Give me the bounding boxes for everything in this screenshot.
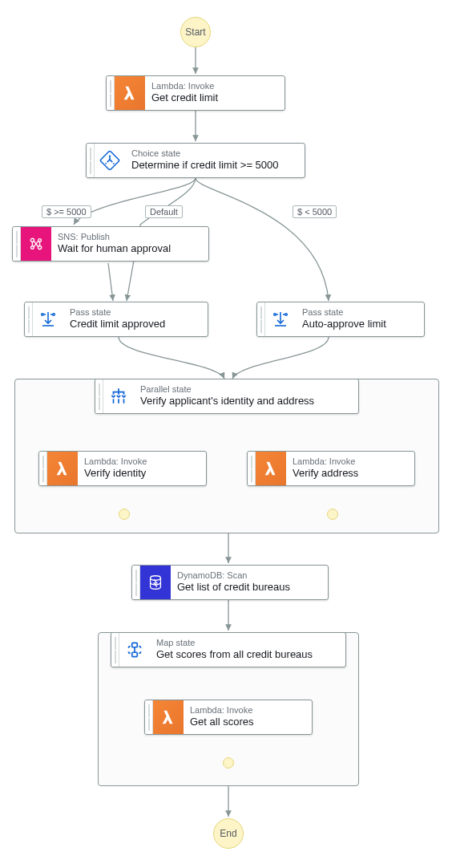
node-main-label: Get credit limit [151, 91, 218, 105]
node-verify-address[interactable]: Lambda: Invoke Verify address [247, 451, 415, 486]
node-pass-approved[interactable]: Pass state Credit limit approved [24, 302, 208, 337]
node-main-label: Wait for human approval [58, 242, 171, 256]
node-verify-identity[interactable]: Lambda: Invoke Verify identity [38, 451, 207, 486]
grip-icon [25, 302, 33, 336]
grip-icon [39, 452, 47, 485]
choice-icon [95, 144, 125, 177]
grip-icon [13, 227, 21, 261]
node-main-label: Get list of credit bureaus [177, 581, 290, 594]
node-pass-auto[interactable]: Pass state Auto-approve limit [256, 302, 425, 337]
node-type-label: Lambda: Invoke [151, 81, 218, 91]
edge-label-ge5000: $ >= 5000 [42, 205, 91, 218]
grip-icon [95, 379, 103, 413]
edge-label-lt5000: $ < 5000 [293, 205, 337, 218]
node-map[interactable]: Map state Get scores from all credit bur… [111, 632, 346, 667]
node-sns[interactable]: SNS: Publish Wait for human approval [12, 226, 209, 262]
grip-icon [145, 700, 153, 734]
start-terminal: Start [180, 17, 211, 47]
grip-icon [132, 566, 140, 599]
svg-point-4 [31, 246, 34, 249]
svg-point-9 [285, 314, 288, 316]
grip-icon [111, 633, 119, 667]
svg-point-6 [42, 314, 44, 316]
grip-icon [257, 302, 265, 336]
node-type-label: DynamoDB: Scan [177, 570, 290, 581]
end-label: End [220, 828, 236, 839]
branch-end-dot [119, 509, 130, 520]
node-type-label: SNS: Publish [58, 232, 171, 242]
start-label: Start [185, 26, 205, 38]
node-type-label: Pass state [302, 307, 386, 318]
node-dynamodb[interactable]: DynamoDB: Scan Get list of credit bureau… [131, 565, 329, 600]
node-type-label: Pass state [70, 307, 165, 318]
lambda-icon [115, 76, 145, 110]
node-main-label: Verify address [293, 467, 358, 481]
grip-icon [87, 144, 95, 177]
dynamodb-icon [140, 566, 171, 599]
node-main-label: Verify applicant's identity and address [140, 395, 314, 408]
lambda-icon [256, 452, 286, 485]
node-type-label: Parallel state [140, 384, 314, 395]
parallel-icon [103, 379, 134, 413]
svg-point-10 [151, 576, 161, 581]
pass-icon [33, 302, 63, 336]
svg-rect-11 [132, 643, 138, 647]
svg-point-3 [38, 239, 42, 242]
node-main-label: Verify identity [84, 467, 147, 481]
node-get-scores[interactable]: Lambda: Invoke Get all scores [144, 700, 313, 735]
svg-rect-12 [132, 652, 138, 656]
node-main-label: Auto-approve limit [302, 318, 386, 331]
sns-icon [21, 227, 51, 261]
lambda-icon [47, 452, 78, 485]
node-type-label: Choice state [131, 148, 279, 159]
edge-label-default: Default [145, 205, 183, 218]
grip-icon [107, 76, 115, 110]
end-terminal: End [213, 818, 244, 849]
node-type-label: Lambda: Invoke [190, 705, 253, 716]
pass-icon [265, 302, 296, 336]
node-type-label: Map state [156, 638, 313, 648]
svg-point-1 [109, 156, 111, 157]
node-parallel[interactable]: Parallel state Verify applicant's identi… [95, 379, 359, 414]
map-icon [119, 633, 150, 667]
node-get-credit-limit[interactable]: Lambda: Invoke Get credit limit [106, 75, 285, 111]
node-main-label: Credit limit approved [70, 318, 165, 331]
node-main-label: Determine if credit limit >= 5000 [131, 159, 279, 172]
lambda-icon [153, 700, 184, 734]
node-type-label: Lambda: Invoke [293, 456, 358, 467]
svg-point-8 [274, 314, 276, 316]
branch-end-dot [327, 509, 338, 520]
grip-icon [248, 452, 256, 485]
node-main-label: Get scores from all credit bureaus [156, 648, 313, 662]
svg-point-7 [53, 314, 55, 316]
node-type-label: Lambda: Invoke [84, 456, 147, 467]
branch-end-dot [223, 757, 234, 769]
node-choice[interactable]: Choice state Determine if credit limit >… [86, 143, 305, 178]
node-main-label: Get all scores [190, 716, 253, 729]
